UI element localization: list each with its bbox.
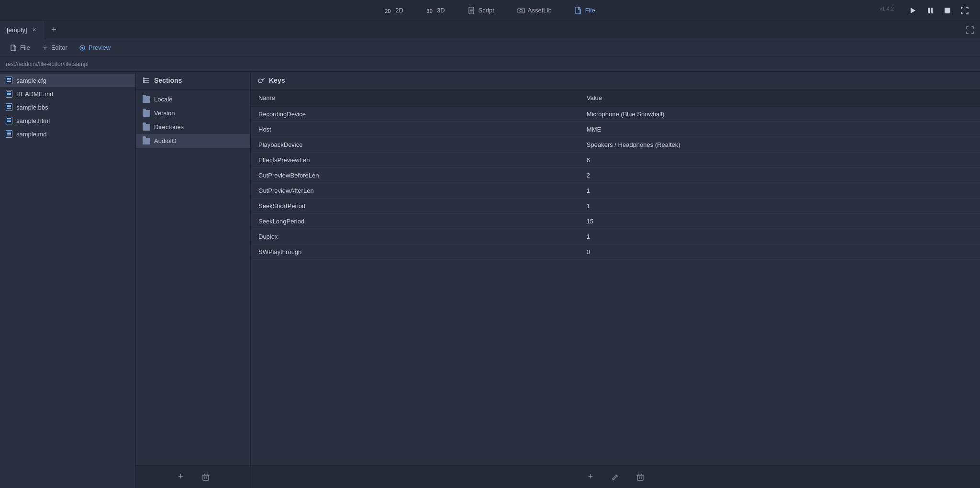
- table-row[interactable]: EffectsPreviewLen6: [251, 153, 980, 168]
- tab-empty[interactable]: [empty] ✕: [0, 21, 45, 39]
- tab-close-btn[interactable]: ✕: [31, 27, 38, 33]
- keys-delete-btn[interactable]: [633, 469, 648, 485]
- sub-btn-editor[interactable]: Editor: [37, 42, 72, 53]
- file-doc-icon: [6, 117, 12, 124]
- editor-icon: [42, 44, 48, 51]
- table-row[interactable]: SeekShortPeriod1: [251, 199, 980, 214]
- section-item-directories[interactable]: Directories: [136, 120, 250, 134]
- table-row[interactable]: SWPlaythrough0: [251, 244, 980, 260]
- table-row[interactable]: CutPreviewAfterLen1: [251, 183, 980, 199]
- toolbar-btn-2d[interactable]: 2D 2D: [381, 5, 407, 16]
- sub-toolbar: File Editor Preview v1.4.2: [0, 39, 980, 56]
- file-sub-icon: [11, 44, 17, 51]
- section-item-locale[interactable]: Locale: [136, 92, 250, 106]
- file-item-readme-md[interactable]: README.md: [0, 87, 135, 100]
- sub-btn-editor-label: Editor: [51, 44, 67, 51]
- svg-point-7: [520, 9, 523, 12]
- file-item-label: sample.bbs: [16, 104, 48, 111]
- table-row[interactable]: HostMME: [251, 122, 980, 137]
- tab-fullscreen-btn[interactable]: [966, 26, 974, 34]
- svg-rect-27: [143, 79, 145, 81]
- path-text: res://addons/file-editor/file.sampl: [6, 61, 89, 67]
- table-row[interactable]: SeekLongPeriod15: [251, 214, 980, 229]
- sub-btn-file[interactable]: File: [6, 42, 35, 53]
- toolbar-btn-file[interactable]: File: [571, 5, 599, 16]
- path-bar: res://addons/file-editor/file.sampl: [0, 56, 980, 72]
- preview-icon: [79, 44, 86, 51]
- top-right-controls: [907, 5, 970, 16]
- sections-delete-btn[interactable]: [198, 469, 213, 485]
- keys-edit-btn[interactable]: [608, 469, 623, 485]
- sections-add-btn[interactable]: +: [173, 469, 189, 485]
- file-list: sample.cfgREADME.mdsample.bbssample.html…: [0, 72, 135, 488]
- section-list: LocaleVersionDirectoriesAudioIO: [136, 89, 250, 465]
- svg-text:3D: 3D: [426, 8, 433, 14]
- play-button[interactable]: [907, 5, 919, 16]
- tab-add-btn[interactable]: +: [45, 21, 63, 39]
- table-row[interactable]: CutPreviewBeforeLen2: [251, 168, 980, 183]
- expand-button[interactable]: [959, 5, 970, 16]
- file-icon: [575, 7, 582, 14]
- key-value-cell: 0: [579, 244, 980, 260]
- key-value-cell: 1: [579, 183, 980, 199]
- file-item-label: sample.md: [16, 131, 47, 138]
- key-value-cell: 1: [579, 199, 980, 214]
- svg-rect-41: [637, 475, 643, 480]
- toolbar-btn-3d[interactable]: 3D 3D: [423, 5, 449, 16]
- table-row[interactable]: RecordingDeviceMicrophone (Blue Snowball…: [251, 107, 980, 122]
- svg-rect-11: [928, 8, 930, 13]
- key-name-cell: Host: [251, 122, 579, 137]
- file-item-label: README.md: [16, 90, 53, 98]
- svg-rect-12: [931, 8, 933, 13]
- sections-header-label: Sections: [154, 77, 182, 84]
- key-value-cell: 2: [579, 168, 980, 183]
- file-doc-icon: [6, 77, 12, 84]
- key-name-cell: SWPlaythrough: [251, 244, 579, 260]
- svg-rect-13: [945, 8, 950, 13]
- file-item-label: sample.html: [16, 117, 50, 124]
- key-name-cell: CutPreviewBeforeLen: [251, 168, 579, 183]
- keys-header: Keys: [251, 72, 980, 89]
- svg-rect-26: [143, 78, 145, 79]
- version-label: v1.4.2: [880, 0, 894, 17]
- file-item-sample-html[interactable]: sample.html: [0, 114, 135, 127]
- toolbar-label-script: Script: [479, 7, 494, 14]
- sub-btn-preview[interactable]: Preview: [74, 42, 115, 53]
- section-item-audioid[interactable]: AudioIO: [136, 134, 250, 148]
- keys-add-btn[interactable]: +: [583, 469, 598, 485]
- sub-btn-file-label: File: [20, 44, 30, 51]
- file-item-sample-bbs[interactable]: sample.bbs: [0, 100, 135, 114]
- section-item-version[interactable]: Version: [136, 106, 250, 120]
- table-row[interactable]: PlaybackDeviceSpeakers / Headphones (Rea…: [251, 137, 980, 153]
- key-value-cell: Microphone (Blue Snowball): [579, 107, 980, 122]
- col-value: Value: [579, 89, 980, 107]
- stop-button[interactable]: [942, 5, 953, 16]
- sections-header: Sections: [136, 72, 250, 89]
- section-item-label: AudioIO: [154, 137, 177, 144]
- toolbar-btn-assetlib[interactable]: AssetLib: [513, 5, 556, 16]
- pause-button[interactable]: [924, 5, 936, 16]
- tab-label: [empty]: [7, 26, 27, 33]
- file-item-label: sample.cfg: [16, 77, 46, 84]
- 2d-icon: 2D: [385, 7, 392, 14]
- file-item-sample-cfg[interactable]: sample.cfg: [0, 74, 135, 87]
- toolbar-label-assetlib: AssetLib: [528, 7, 552, 14]
- keys-icon: [257, 77, 265, 84]
- svg-text:2D: 2D: [385, 8, 391, 14]
- table-header-row: Name Value: [251, 89, 980, 107]
- file-doc-icon: [6, 103, 12, 111]
- svg-point-16: [44, 47, 45, 48]
- svg-rect-14: [11, 45, 15, 51]
- keys-bottom: +: [251, 465, 980, 488]
- key-value-cell: Speakers / Headphones (Realtek): [579, 137, 980, 153]
- folder-icon: [143, 110, 150, 117]
- folder-icon: [143, 138, 150, 144]
- keys-header-label: Keys: [269, 77, 285, 84]
- toolbar-btn-script[interactable]: Script: [464, 5, 498, 16]
- keys-table: Name Value RecordingDeviceMicrophone (Bl…: [251, 89, 980, 465]
- key-value-cell: 6: [579, 153, 980, 168]
- key-name-cell: Duplex: [251, 229, 579, 244]
- key-name-cell: PlaybackDevice: [251, 137, 579, 153]
- table-row[interactable]: Duplex1: [251, 229, 980, 244]
- file-item-sample-md[interactable]: sample.md: [0, 127, 135, 141]
